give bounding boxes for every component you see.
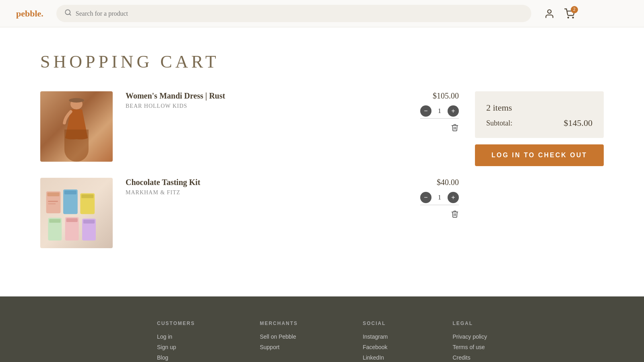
page-title: SHOPPING CART bbox=[40, 51, 604, 72]
quantity-control: − 1 + bbox=[420, 105, 459, 119]
table-row: Women's Mandi Dress | Rust Bear Hollow K… bbox=[40, 91, 459, 162]
summary-items-count: 2 items bbox=[486, 103, 592, 113]
trash-icon bbox=[451, 123, 459, 132]
logo-text: pebble. bbox=[16, 8, 43, 19]
footer-columns: CUSTOMERS Log in Sign up Blog MERCHANTS … bbox=[141, 321, 503, 362]
quantity-increase-button[interactable]: + bbox=[448, 105, 459, 117]
svg-point-2 bbox=[548, 10, 551, 13]
footer-link-blog[interactable]: Blog bbox=[157, 354, 195, 361]
quantity-value: 1 bbox=[431, 107, 448, 115]
footer-link-terms[interactable]: Terms of use bbox=[452, 344, 487, 350]
quantity-decrease-button[interactable]: − bbox=[420, 192, 431, 203]
quantity-decrease-button[interactable]: − bbox=[420, 105, 431, 117]
footer-link-instagram[interactable]: Instagram bbox=[363, 333, 388, 340]
item-price: $40.00 bbox=[437, 178, 459, 187]
trash-icon bbox=[451, 210, 459, 218]
item-brand: Bear Hollow Kids bbox=[126, 103, 398, 109]
item-brand: MARKHAM & FITZ bbox=[126, 189, 398, 196]
footer-col-customers: CUSTOMERS Log in Sign up Blog bbox=[157, 321, 195, 362]
summary-subtotal-value: $145.00 bbox=[564, 118, 593, 128]
main-content: SHOPPING CART W bbox=[0, 27, 644, 296]
svg-rect-19 bbox=[48, 201, 58, 202]
table-row: Chocolate Tasting Kit MARKHAM & FITZ $40… bbox=[40, 178, 459, 248]
footer-col-social: SOCIAL Instagram Facebook LinkedIn YouTu… bbox=[363, 321, 388, 362]
item-price: $105.00 bbox=[433, 91, 459, 101]
delete-item-button[interactable] bbox=[451, 210, 459, 220]
svg-rect-8 bbox=[47, 193, 60, 196]
footer-link-linkedin[interactable]: LinkedIn bbox=[363, 354, 388, 361]
svg-rect-20 bbox=[48, 204, 56, 204]
cart-layout: Women's Mandi Dress | Rust Bear Hollow K… bbox=[40, 91, 604, 264]
item-details: Chocolate Tasting Kit MARKHAM & FITZ bbox=[126, 178, 398, 196]
footer-link-credits[interactable]: Credits bbox=[452, 354, 487, 361]
quantity-control: − 1 + bbox=[420, 192, 459, 205]
svg-point-6 bbox=[69, 98, 84, 102]
item-name: Chocolate Tasting Kit bbox=[126, 178, 398, 187]
quantity-value: 1 bbox=[431, 194, 448, 201]
footer-link-signup[interactable]: Sign up bbox=[157, 344, 195, 350]
svg-point-3 bbox=[568, 17, 569, 18]
svg-point-4 bbox=[572, 17, 573, 18]
summary-subtotal-label: Subtotal: bbox=[486, 119, 512, 128]
footer-link-support[interactable]: Support bbox=[260, 344, 298, 350]
cart-items: Women's Mandi Dress | Rust Bear Hollow K… bbox=[40, 91, 459, 264]
cart-badge: 2 bbox=[571, 6, 578, 13]
footer-heading-customers: CUSTOMERS bbox=[157, 321, 195, 326]
item-details: Women's Mandi Dress | Rust Bear Hollow K… bbox=[126, 91, 398, 109]
header: pebble. 2 bbox=[0, 0, 644, 27]
footer-col-merchants: MERCHANTS Sell on Pebble Support bbox=[260, 321, 298, 362]
summary-box: 2 items Subtotal: $145.00 bbox=[475, 91, 604, 138]
search-icon bbox=[64, 9, 72, 18]
summary-subtotal-row: Subtotal: $145.00 bbox=[486, 118, 592, 128]
svg-rect-12 bbox=[81, 194, 93, 198]
footer-link-privacy[interactable]: Privacy policy bbox=[452, 333, 487, 340]
footer: CUSTOMERS Log in Sign up Blog MERCHANTS … bbox=[0, 296, 644, 362]
svg-rect-18 bbox=[83, 220, 95, 223]
delete-item-button[interactable] bbox=[451, 123, 459, 134]
footer-link-sell[interactable]: Sell on Pebble bbox=[260, 333, 298, 340]
footer-heading-social: SOCIAL bbox=[363, 321, 388, 326]
header-icons: 2 bbox=[544, 8, 575, 19]
footer-link-facebook[interactable]: Facebook bbox=[363, 344, 388, 350]
item-controls: $40.00 − 1 + bbox=[411, 178, 459, 220]
item-image-chocolate bbox=[40, 178, 113, 248]
quantity-increase-button[interactable]: + bbox=[448, 192, 459, 203]
dress-illustration bbox=[56, 97, 97, 157]
svg-line-1 bbox=[69, 14, 70, 15]
search-input[interactable] bbox=[76, 10, 523, 17]
logo[interactable]: pebble. bbox=[16, 8, 43, 19]
item-image-dress bbox=[40, 91, 113, 162]
search-bar[interactable] bbox=[56, 5, 531, 22]
svg-rect-14 bbox=[49, 219, 60, 222]
checkout-button[interactable]: LOG IN TO CHECK OUT bbox=[475, 144, 604, 166]
svg-rect-16 bbox=[66, 218, 78, 222]
footer-heading-legal: LEGAL bbox=[452, 321, 487, 326]
svg-rect-10 bbox=[64, 191, 76, 194]
footer-heading-merchants: MERCHANTS bbox=[260, 321, 298, 326]
footer-link-login[interactable]: Log in bbox=[157, 333, 195, 340]
order-summary: 2 items Subtotal: $145.00 LOG IN TO CHEC… bbox=[475, 91, 604, 166]
chocolate-illustration bbox=[44, 182, 109, 248]
item-controls: $105.00 − 1 + bbox=[411, 91, 459, 134]
account-icon bbox=[544, 8, 555, 19]
item-name: Women's Mandi Dress | Rust bbox=[126, 91, 398, 101]
footer-col-legal: LEGAL Privacy policy Terms of use Credit… bbox=[452, 321, 487, 362]
account-button[interactable] bbox=[544, 8, 555, 19]
cart-button[interactable]: 2 bbox=[564, 8, 575, 19]
